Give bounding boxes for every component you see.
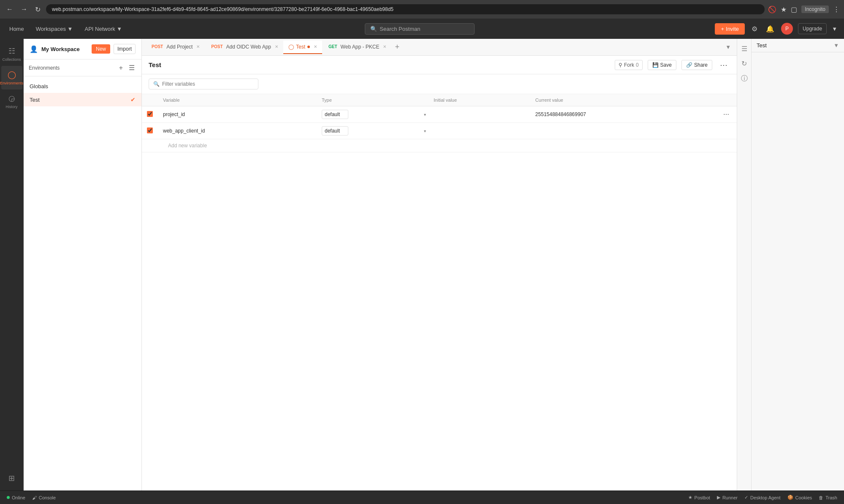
row1-more-button[interactable]: ⋯	[721, 110, 732, 119]
right-panel-chevron-icon[interactable]: ▼	[833, 42, 839, 49]
more-apps-icon: ⊞	[8, 474, 15, 483]
sidebar-item-collections[interactable]: ☷ Collections	[1, 42, 22, 66]
search-box[interactable]: 🔍 Search Postman	[365, 23, 475, 35]
status-cookies[interactable]: 🍪 Cookies	[787, 495, 812, 500]
add-environment-button[interactable]: +	[117, 63, 125, 73]
forward-button[interactable]: →	[19, 5, 30, 14]
row1-type-select[interactable]: default secret	[322, 110, 348, 119]
fork-button[interactable]: ⚲ Fork 0	[615, 60, 643, 70]
right-panel-info-button[interactable]: ⓘ	[739, 72, 749, 86]
row1-variable-cell[interactable]: project_id	[158, 106, 317, 123]
share-button[interactable]: 🔗 Share	[681, 60, 712, 70]
reload-button[interactable]: ↻	[33, 5, 43, 14]
tab-close-web-app-pkce[interactable]: ✕	[383, 44, 386, 49]
row2-variable-cell[interactable]: web_app_client_id	[158, 123, 317, 139]
upgrade-chevron-icon: ▼	[832, 26, 837, 32]
import-button[interactable]: Import	[114, 44, 136, 54]
status-runner[interactable]: ▶ Runner	[717, 495, 738, 500]
row1-current-value: 255154884846869907	[535, 111, 586, 117]
workspaces-menu[interactable]: Workspaces ▼	[33, 24, 76, 34]
row2-initial-value-cell[interactable]	[429, 123, 530, 139]
table-row: web_app_client_id default secret	[142, 123, 737, 139]
add-var-cell[interactable]: Add new variable	[158, 139, 716, 152]
right-panel-history-button[interactable]: ↻	[740, 57, 749, 70]
save-button[interactable]: 💾 Save	[648, 60, 676, 70]
row2-more-cell	[716, 123, 737, 139]
workspace-icon: 👤	[30, 45, 38, 53]
status-online[interactable]: Online	[7, 495, 25, 500]
tab-add-oidc[interactable]: POST Add OIDC Web App ✕	[205, 41, 283, 54]
invite-icon: +	[721, 26, 724, 32]
status-postbot[interactable]: ★ Postbot	[688, 495, 710, 500]
trash-icon: 🗑	[819, 495, 823, 500]
tab-close-add-oidc[interactable]: ✕	[275, 44, 278, 49]
tab-close-test[interactable]: ✕	[314, 44, 317, 49]
invite-button[interactable]: + Invite	[715, 23, 745, 35]
cookies-icon: 🍪	[787, 495, 793, 500]
filter-input-wrapper[interactable]: 🔍	[149, 79, 258, 89]
tab-method-post: POST	[150, 44, 164, 49]
tab-method-post-oidc: POST	[210, 44, 224, 49]
row1-checkbox[interactable]	[147, 111, 153, 117]
status-console[interactable]: 🖌 Console	[32, 495, 56, 500]
notifications-button[interactable]: 🔔	[764, 23, 776, 35]
right-panel-header: Test ▼	[752, 39, 844, 52]
th-current-value: Current value	[530, 94, 716, 106]
tab-unsaved-dot	[307, 46, 310, 48]
sort-environments-button[interactable]: ☰	[127, 63, 136, 73]
tab-web-app-pkce[interactable]: GET Web App - PKCE ✕	[322, 41, 391, 54]
eye-off-icon: 🚫	[768, 5, 776, 14]
env-item-test[interactable]: Test ✔	[24, 93, 141, 106]
row2-type-select[interactable]: default secret	[322, 126, 348, 135]
filter-row: 🔍	[142, 74, 737, 94]
status-trash[interactable]: 🗑 Trash	[819, 495, 837, 500]
variables-table: Variable Type Initial value Current valu…	[142, 94, 737, 152]
tabs-overflow-button[interactable]: ▼	[723, 43, 733, 51]
topbar-right: + Invite ⚙ 🔔 P Upgrade ▼	[715, 23, 837, 35]
home-link[interactable]: Home	[7, 24, 27, 34]
tab-test[interactable]: ◯ Test ✕	[283, 41, 322, 54]
tab-close-add-project[interactable]: ✕	[196, 44, 200, 49]
history-icon: ◶	[8, 94, 15, 103]
row1-type-cell[interactable]: default secret	[317, 106, 429, 123]
row1-current-value-cell[interactable]: 255154884846869907	[530, 106, 716, 123]
status-desktop-agent[interactable]: ✓ Desktop Agent	[744, 495, 781, 500]
env-item-globals[interactable]: Globals	[24, 80, 141, 93]
tabs-bar: POST Add Project ✕ POST Add OIDC Web App…	[142, 39, 737, 56]
fork-icon: ⚲	[619, 62, 622, 68]
filter-search-icon: 🔍	[153, 81, 160, 87]
row2-checkbox[interactable]	[147, 127, 153, 133]
tab-add-project[interactable]: POST Add Project ✕	[145, 41, 205, 54]
sidebar-item-history[interactable]: ◶ History	[1, 89, 22, 113]
back-button[interactable]: ←	[4, 5, 15, 14]
row2-type-cell[interactable]: default secret	[317, 123, 429, 139]
search-placeholder: Search Postman	[380, 26, 420, 32]
tab-env-icon: ◯	[288, 44, 294, 50]
row2-current-value-cell[interactable]	[530, 123, 716, 139]
add-tab-button[interactable]: +	[391, 43, 403, 51]
postbot-icon: ★	[688, 495, 692, 500]
app-topbar: Home Workspaces ▼ API Network ▼ 🔍 Search…	[0, 19, 844, 39]
right-panel-toggle-button[interactable]: ☰	[740, 42, 749, 55]
api-network-menu[interactable]: API Network ▼	[82, 24, 125, 34]
url-bar[interactable]	[46, 4, 765, 14]
row1-initial-value-cell[interactable]	[429, 106, 530, 123]
env-name-title: Test	[149, 61, 161, 68]
env-list: Globals Test ✔	[24, 76, 141, 490]
table-row: project_id default secret 25515	[142, 106, 737, 123]
sidebar-item-more[interactable]: ⊞	[1, 469, 22, 487]
settings-button[interactable]: ⚙	[750, 23, 759, 35]
browser-icons: 🚫 ★ ▢ Incognito ⋮	[768, 5, 840, 14]
sidebar-item-environments[interactable]: ◯ Environments	[1, 66, 22, 89]
avatar[interactable]: P	[781, 23, 793, 35]
upgrade-button[interactable]: Upgrade	[798, 23, 827, 34]
th-type: Type	[317, 94, 429, 106]
new-button[interactable]: New	[92, 44, 110, 54]
more-options-button[interactable]: ⋯	[717, 60, 730, 70]
search-area: 🔍 Search Postman	[131, 23, 708, 35]
menu-icon: ⋮	[833, 5, 840, 14]
add-new-variable-label[interactable]: Add new variable	[163, 139, 212, 152]
env-toolbar: Test ⚲ Fork 0 💾 Save 🔗 Share ⋯	[142, 56, 737, 74]
tab-icon: ▢	[791, 5, 797, 14]
filter-variables-input[interactable]	[162, 81, 254, 87]
